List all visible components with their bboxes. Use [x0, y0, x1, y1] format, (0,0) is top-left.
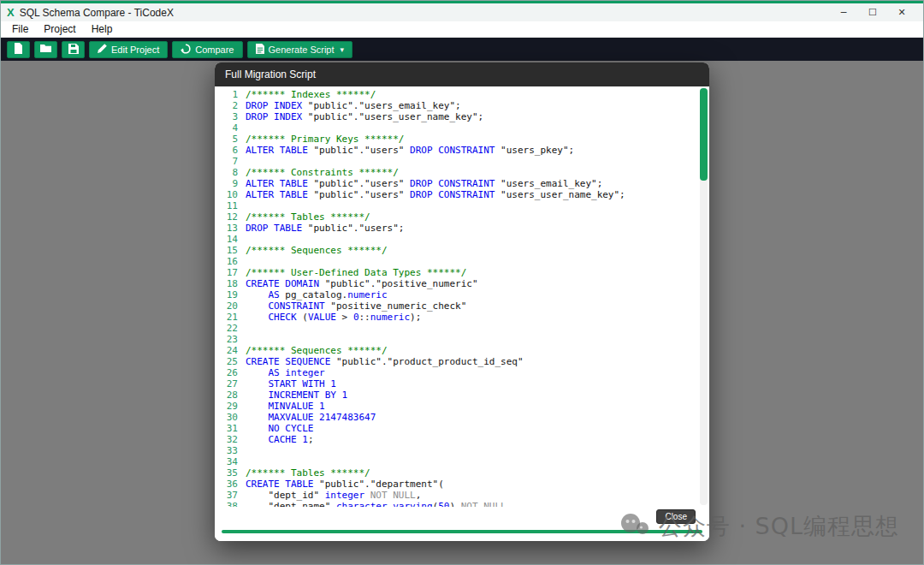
app-logo-icon: X	[7, 7, 15, 18]
code-line: 12/****** Tables ******/	[215, 211, 709, 223]
code-line: 14	[215, 234, 709, 245]
dialog-footer: Close	[215, 507, 709, 541]
code-line: 28 INCREMENT BY 1	[215, 390, 709, 401]
line-number: 15	[215, 245, 238, 256]
migration-script-dialog: Full Migration Script 1/****** Indexes *…	[215, 62, 709, 541]
code-line: 33	[215, 445, 709, 456]
code-line: 5/****** Primary Keys ******/	[215, 134, 709, 145]
line-number: 33	[215, 445, 238, 456]
close-dialog-button[interactable]: Close	[656, 509, 696, 524]
code-line: 2DROP INDEX "public"."users_email_key";	[215, 100, 709, 111]
line-number: 6	[215, 145, 238, 156]
pencil-icon	[98, 44, 107, 55]
line-number: 8	[215, 167, 238, 178]
chevron-down-icon: ▾	[341, 45, 345, 54]
code-line: 32 CACHE 1;	[215, 434, 709, 445]
code-line: 20 CONSTRAINT "positive_numeric_check"	[215, 300, 709, 312]
code-line: 10ALTER TABLE "public"."users" DROP CONS…	[215, 189, 709, 200]
code-editor[interactable]: 1/****** Indexes ******/2DROP INDEX "pub…	[215, 86, 709, 507]
code-line: 29 MINVALUE 1	[215, 401, 709, 412]
toolbar: Edit Project Compare Generate Script ▾	[1, 38, 923, 61]
code-line: 9ALTER TABLE "public"."users" DROP CONST…	[215, 178, 709, 189]
line-number: 38	[215, 501, 238, 507]
generate-script-button[interactable]: Generate Script ▾	[247, 41, 353, 58]
line-number: 1	[215, 89, 238, 100]
edit-project-button[interactable]: Edit Project	[89, 41, 168, 58]
edit-project-label: Edit Project	[111, 45, 159, 55]
line-number: 35	[215, 467, 238, 479]
scrollbar-thumb[interactable]	[700, 88, 708, 181]
line-number: 14	[215, 234, 238, 245]
code-line: 30 MAXVALUE 2147483647	[215, 412, 709, 423]
code-lines: 1/****** Indexes ******/2DROP INDEX "pub…	[215, 89, 709, 507]
titlebar: X SQL Schema Compare - TiCodeX ─ ☐ ✕	[1, 3, 923, 21]
code-line: 1/****** Indexes ******/	[215, 89, 709, 100]
code-line: 17/****** User-Defined Data Types ******…	[215, 267, 709, 278]
menu-project[interactable]: Project	[36, 23, 83, 35]
code-line: 26 AS integer	[215, 367, 709, 378]
line-number: 21	[215, 312, 238, 323]
code-line: 18CREATE DOMAIN "public"."positive_numer…	[215, 278, 709, 289]
code-line: 27 START WITH 1	[215, 378, 709, 390]
maximize-button[interactable]: ☐	[858, 7, 887, 18]
compare-refresh-icon	[181, 44, 191, 56]
new-project-button[interactable]	[7, 41, 30, 58]
code-line: 4	[215, 122, 709, 134]
titlebar-left: X SQL Schema Compare - TiCodeX	[7, 7, 174, 19]
line-number: 30	[215, 412, 238, 423]
progress-bar	[222, 530, 702, 533]
code-line: 25CREATE SEQUENCE "public"."product_prod…	[215, 356, 709, 367]
open-project-button[interactable]	[34, 41, 57, 58]
dialog-title: Full Migration Script	[215, 62, 709, 86]
line-number: 4	[215, 122, 238, 134]
close-window-button[interactable]: ✕	[887, 7, 916, 18]
code-line: 19 AS pg_catalog.numeric	[215, 289, 709, 300]
menu-help[interactable]: Help	[84, 23, 121, 35]
code-line: 22	[215, 323, 709, 334]
line-number: 24	[215, 345, 238, 356]
menubar: File Project Help	[1, 21, 923, 38]
line-number: 16	[215, 256, 238, 267]
minimize-button[interactable]: ─	[829, 7, 858, 18]
line-number: 9	[215, 178, 238, 189]
line-number: 13	[215, 223, 238, 234]
code-line: 15/****** Sequences ******/	[215, 245, 709, 256]
code-line: 7	[215, 156, 709, 167]
line-number: 23	[215, 334, 238, 345]
line-number: 36	[215, 479, 238, 490]
code-line: 6ALTER TABLE "public"."users" DROP CONST…	[215, 145, 709, 156]
code-line: 36CREATE TABLE "public"."department"(	[215, 479, 709, 490]
line-number: 18	[215, 278, 238, 289]
line-number: 5	[215, 134, 238, 145]
line-number: 26	[215, 367, 238, 378]
line-number: 27	[215, 378, 238, 390]
compare-label: Compare	[195, 45, 234, 55]
code-line: 23	[215, 334, 709, 345]
line-number: 34	[215, 456, 238, 467]
line-number: 2	[215, 100, 238, 111]
line-number: 31	[215, 423, 238, 434]
line-number: 37	[215, 490, 238, 501]
code-line: 35/****** Tables ******/	[215, 467, 709, 479]
app-window: X SQL Schema Compare - TiCodeX ─ ☐ ✕ Fil…	[0, 0, 924, 565]
menu-file[interactable]: File	[4, 23, 36, 35]
save-project-button[interactable]	[62, 41, 85, 58]
code-line: 3DROP INDEX "public"."users_user_name_ke…	[215, 111, 709, 122]
window-controls: ─ ☐ ✕	[829, 7, 916, 18]
line-number: 22	[215, 323, 238, 334]
line-number: 17	[215, 267, 238, 278]
line-number: 7	[215, 156, 238, 167]
script-icon	[256, 44, 264, 56]
generate-script-label: Generate Script	[269, 45, 335, 55]
line-number: 19	[215, 289, 238, 300]
line-number: 11	[215, 200, 238, 211]
compare-button[interactable]: Compare	[172, 41, 242, 58]
line-number: 3	[215, 111, 238, 122]
code-line: 24/****** Sequences ******/	[215, 345, 709, 356]
line-number: 12	[215, 211, 238, 223]
window-title: SQL Schema Compare - TiCodeX	[20, 7, 174, 19]
code-line: 31 NO CYCLE	[215, 423, 709, 434]
code-line: 37 "dept_id" integer NOT NULL,	[215, 490, 709, 501]
vertical-scrollbar[interactable]	[700, 88, 708, 505]
line-number: 10	[215, 189, 238, 200]
